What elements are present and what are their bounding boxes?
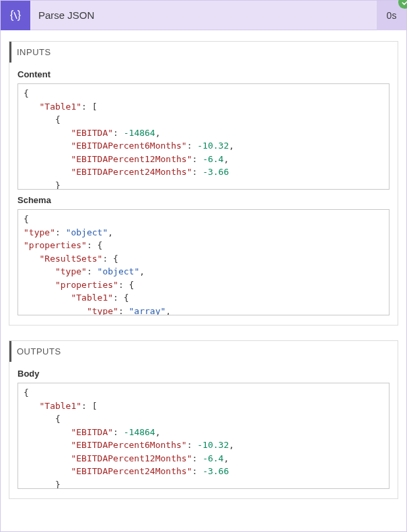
outputs-section: OUTPUTS Body { "Table1": [ { "EBITDA": -… [9,340,398,499]
parse-json-icon [1,1,30,30]
action-title: Parse JSON [30,9,377,21]
outputs-header: OUTPUTS [9,341,390,362]
action-card: Parse JSON 0s INPUTS Content { "Table1":… [0,0,407,532]
schema-label: Schema [17,195,390,205]
action-header[interactable]: Parse JSON 0s [1,1,406,30]
content-label: Content [17,69,390,79]
body-value[interactable]: { "Table1": [ { "EBITDA": -14864, "EBITD… [17,383,390,489]
action-body: INPUTS Content { "Table1": [ { "EBITDA":… [1,30,406,522]
body-label: Body [17,369,390,379]
inputs-header: INPUTS [9,42,390,63]
content-value[interactable]: { "Table1": [ { "EBITDA": -14864, "EBITD… [17,83,390,190]
inputs-section: INPUTS Content { "Table1": [ { "EBITDA":… [9,41,398,326]
schema-value[interactable]: { "type": "object", "properties": { "Res… [17,209,390,315]
